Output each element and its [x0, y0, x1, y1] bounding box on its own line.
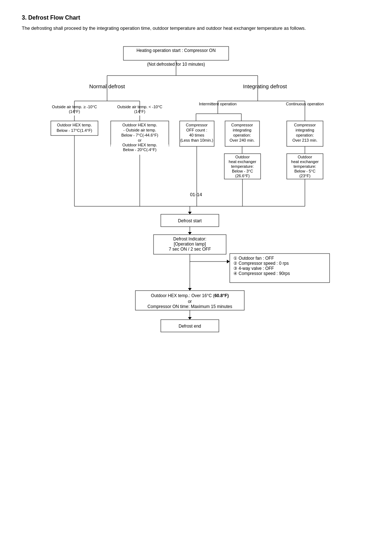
intro-text: The defrosting shall proceed by the inte… — [22, 25, 370, 32]
action-2: ② Compressor speed : 0 rps — [233, 261, 289, 266]
normal-right-label2: (14°F) — [134, 109, 146, 114]
comp-off-count4: (Less than 10min.) — [180, 138, 213, 142]
normal-right-box2: - Outside air temp. — [123, 128, 156, 132]
action-3: ③ 4-way valve : OFF — [233, 266, 274, 271]
section-title: 3. Defrost Flow Chart — [22, 15, 370, 21]
comp-int-240-4: Over 240 min. — [229, 138, 254, 142]
comp-int-240-2: integrating — [233, 128, 251, 132]
hex-5c-2: heat exchanger — [291, 159, 319, 164]
hex-5c-4: Below - 5°C — [294, 169, 315, 173]
hex-3c-1: Outdoor — [235, 155, 250, 159]
comp-off-count2: OFF count : — [186, 128, 207, 132]
defrost-indicator-3: 7 sec ON / 2 sec OFF — [169, 247, 211, 252]
comp-int-240-3: operation: — [233, 133, 251, 137]
normal-right-label: Outside air temp. < -10°C — [117, 105, 163, 109]
comp-off-count1: Compressor — [186, 123, 208, 127]
svg-marker-38 — [188, 212, 192, 214]
normal-defrost-label: Normal defrost — [89, 83, 125, 89]
normal-left-box2: Below - 17°C(1.4°F) — [57, 128, 92, 133]
defrost-indicator-2: [Operation lamp] — [174, 242, 206, 247]
hex-5c-1: Outdoor — [298, 155, 312, 159]
hex-5c-3: temperature: — [294, 164, 316, 169]
comp-int-240-1: Compressor — [231, 123, 253, 127]
hex-3c-5: (26.6°F) — [235, 174, 250, 178]
end-cond-line2: or — [188, 299, 192, 304]
hex-3c-3: temperature: — [231, 164, 254, 169]
comp-int-213-4: Over 213 min. — [292, 138, 317, 142]
comp-int-213-2: integrating — [295, 128, 314, 132]
svg-marker-51 — [188, 317, 192, 320]
normal-right-box6: Below - 20°C(-4°F) — [123, 147, 157, 152]
comp-int-213-3: operation: — [296, 133, 314, 137]
comp-int-213-1: Compressor — [294, 123, 316, 127]
normal-right-box3: Below - 7°C(-44.6°F) — [121, 133, 158, 137]
normal-left-box: Outdoor HEX temp. — [57, 123, 92, 127]
top-box-text: Heating operation start : Compressor ON — [136, 48, 216, 53]
hex-5c-5: (23°F) — [299, 174, 311, 178]
normal-right-box5: Outdoor HEX temp. — [122, 143, 157, 147]
action-4: ④ Compressor speed : 90rps — [233, 271, 290, 276]
normal-right-box1: Outdoor HEX temp. — [122, 123, 157, 127]
note-text: (Not defrosted for 10 minutes) — [147, 62, 205, 67]
continuous-label: Continuous operation — [286, 102, 324, 106]
flowchart-container: Heating operation start : Compressor ON … — [22, 43, 370, 479]
defrost-indicator-1: Defrost Indicator: — [173, 236, 206, 242]
end-cond-line1: Outdoor HEX temp.: Over 16°C (60.8°F) — [151, 293, 229, 298]
integrating-defrost-label: Integrating defrost — [243, 83, 287, 89]
hex-3c-4: Below - 3°C — [232, 169, 253, 173]
hex-3c-2: heat exchanger — [229, 159, 256, 164]
comp-off-count3: 40 times — [189, 133, 204, 137]
normal-left-label2: (14°F) — [69, 109, 80, 114]
svg-marker-48 — [188, 288, 192, 291]
defrost-start-text: Defrost start — [178, 218, 202, 223]
normal-left-label: Outside air temp. ≥ -10°C — [52, 105, 97, 109]
defrost-end-text: Defrost end — [179, 324, 201, 329]
svg-marker-45 — [227, 260, 230, 263]
svg-marker-41 — [188, 232, 192, 235]
normal-right-box4: or — [138, 138, 142, 142]
intermittent-label: Intermittent operation — [199, 102, 237, 106]
end-cond-line3: Compressor ON time: Maximum 15 minutes — [147, 304, 232, 309]
action-1: ① Outdoor fan : OFF — [233, 256, 274, 261]
